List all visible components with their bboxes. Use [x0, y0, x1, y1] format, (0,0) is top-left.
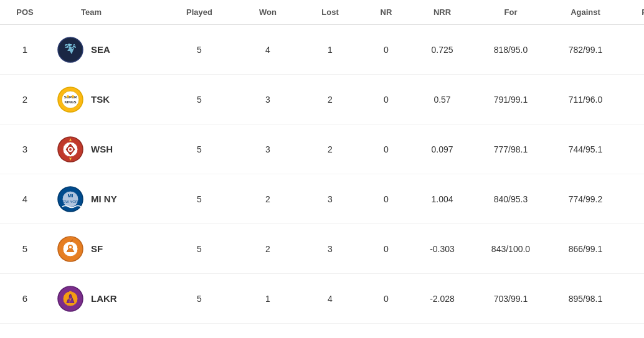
nrr-5: -0.303: [411, 242, 473, 256]
pos-2: 2: [0, 92, 50, 107]
col-nrr: NRR: [411, 5, 473, 19]
against-2: 711/96.0: [548, 92, 623, 107]
lost-2: 2: [299, 92, 361, 107]
nr-3: 0: [361, 142, 411, 157]
for-4: 840/95.3: [473, 192, 548, 207]
pos-3: 3: [0, 141, 50, 157]
team-abbr-sf: SF: [91, 243, 103, 254]
points-4: 4: [623, 192, 644, 207]
col-against: Against: [548, 5, 623, 19]
against-4: 774/99.2: [548, 192, 623, 207]
team-abbr-lakr: LAKR: [91, 293, 117, 304]
team-sf: SF: [50, 232, 162, 266]
won-1: 4: [237, 42, 299, 57]
against-3: 744/95.1: [548, 142, 623, 157]
nr-5: 0: [361, 242, 411, 256]
won-4: 2: [237, 192, 299, 207]
lost-6: 4: [299, 291, 361, 306]
table-row: 5 SF 5 2 3 0 -0.303 843/100.0 866/99.1 4: [0, 224, 644, 274]
nrr-4: 1.004: [411, 192, 473, 207]
lost-4: 3: [299, 192, 361, 207]
for-6: 703/99.1: [473, 291, 548, 306]
logo-sf: [56, 235, 85, 263]
pos-1: 1: [0, 42, 50, 57]
lost-1: 1: [299, 42, 361, 57]
col-points: Points: [623, 5, 644, 19]
svg-point-24: [69, 291, 72, 294]
points-2: 6: [623, 92, 644, 107]
col-team: Team: [50, 5, 162, 19]
logo-wsh: [56, 135, 85, 164]
svg-text:NEW YORK: NEW YORK: [60, 200, 81, 204]
for-3: 777/98.1: [473, 142, 548, 157]
table-row: 6 LAKR 5 1 4 0 -2.028 703/99.1 895/98.1 …: [0, 274, 644, 324]
table-row: 2 SUPER KINGS TSK 5 3 2 0 0.57 791/99.1 …: [0, 75, 644, 124]
team-miny: MI NEW YORK MI NY: [50, 182, 162, 216]
won-3: 3: [237, 142, 299, 157]
points-3: 6: [623, 142, 644, 157]
table-header: POS Team Played Won Lost NR NRR For Agai…: [0, 0, 644, 25]
logo-miny: MI NEW YORK: [56, 185, 85, 214]
svg-point-7: [67, 95, 69, 98]
table-row: 3 WSH 5 3 2 0 0.097 777/98.1: [0, 124, 644, 174]
for-1: 818/95.0: [473, 42, 548, 57]
svg-point-2: [68, 44, 70, 46]
played-4: 5: [162, 192, 237, 207]
pos-4: 4: [0, 191, 50, 207]
won-6: 1: [237, 291, 299, 306]
pos-6: 6: [0, 291, 50, 306]
against-1: 782/99.1: [548, 42, 623, 57]
against-5: 866/99.1: [548, 242, 623, 256]
col-for: For: [473, 5, 548, 19]
points-6: 2: [623, 291, 644, 306]
nrr-6: -2.028: [411, 291, 473, 306]
for-5: 843/100.0: [473, 242, 548, 256]
played-1: 5: [162, 42, 237, 57]
team-abbr-miny: MI NY: [91, 194, 117, 204]
svg-text:KINGS: KINGS: [64, 100, 76, 104]
svg-point-8: [72, 95, 74, 98]
nrr-3: 0.097: [411, 142, 473, 157]
for-2: 791/99.1: [473, 92, 548, 107]
nr-4: 0: [361, 192, 411, 207]
svg-point-12: [69, 148, 72, 151]
team-abbr-wsh: WSH: [91, 144, 113, 154]
team-wsh: WSH: [50, 133, 162, 166]
nrr-2: 0.57: [411, 92, 473, 107]
col-played: Played: [162, 5, 237, 19]
nr-6: 0: [361, 291, 411, 306]
won-5: 2: [237, 242, 299, 256]
table-row: 4 MI NEW YORK MI NY 5 2 3 0 1.004 840/95…: [0, 174, 644, 224]
nr-2: 0: [361, 92, 411, 107]
table-row: 1 SEA SEA 5 4 1 0 0.725 818/95.0 782/99.…: [0, 25, 644, 75]
logo-tsk: SUPER KINGS: [56, 85, 85, 114]
team-abbr-tsk: TSK: [91, 94, 110, 105]
col-pos: POS: [0, 5, 50, 19]
lost-3: 2: [299, 142, 361, 157]
logo-sea: SEA: [56, 35, 85, 64]
team-lakr: LAKR: [50, 282, 162, 316]
col-won: Won: [237, 5, 299, 19]
played-6: 5: [162, 291, 237, 306]
svg-text:MI: MI: [68, 193, 73, 199]
logo-lakr: [56, 284, 85, 313]
pos-5: 5: [0, 241, 50, 256]
svg-point-4: [62, 91, 79, 108]
team-abbr-sea: SEA: [91, 44, 110, 55]
team-sea: SEA SEA: [50, 33, 162, 67]
nr-1: 0: [361, 42, 411, 57]
played-2: 5: [162, 92, 237, 107]
team-tsk: SUPER KINGS TSK: [50, 83, 162, 116]
played-5: 5: [162, 242, 237, 256]
won-2: 3: [237, 92, 299, 107]
svg-point-21: [69, 246, 72, 248]
standings-table: POS Team Played Won Lost NR NRR For Agai…: [0, 0, 644, 324]
played-3: 5: [162, 142, 237, 157]
against-6: 895/98.1: [548, 291, 623, 306]
col-nr: NR: [361, 5, 411, 19]
col-lost: Lost: [299, 5, 361, 19]
points-1: 8: [623, 42, 644, 57]
lost-5: 3: [299, 242, 361, 256]
points-5: 4: [623, 242, 644, 256]
nrr-1: 0.725: [411, 42, 473, 57]
